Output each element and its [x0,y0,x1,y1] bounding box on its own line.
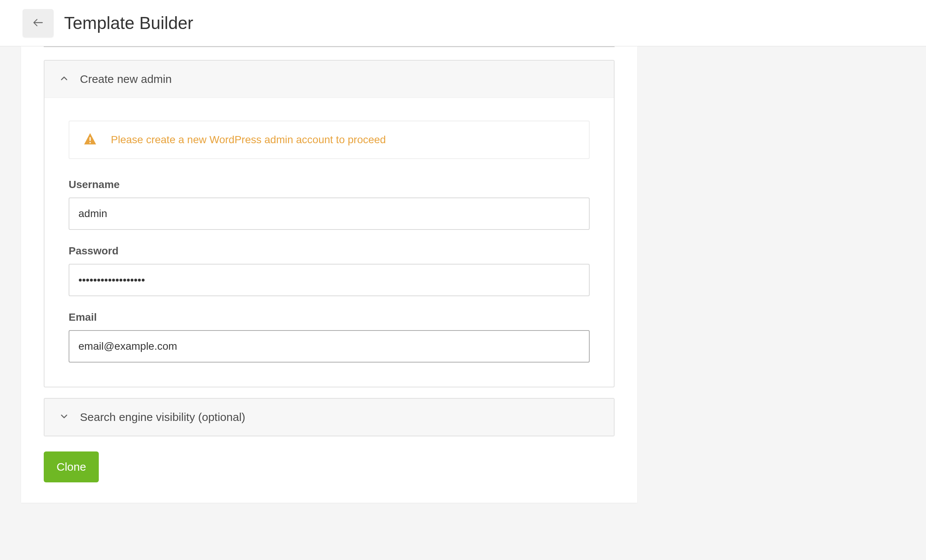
section-search-visibility-title: Search engine visibility (optional) [80,411,245,424]
section-create-admin-header[interactable]: Create new admin [44,61,614,98]
form-group-email: Email [69,311,590,363]
divider [44,46,615,47]
page-body: Create new admin Please create a new Wor… [0,46,926,503]
section-create-admin: Create new admin Please create a new Wor… [44,60,615,387]
password-input[interactable] [69,264,590,296]
section-search-visibility-header[interactable]: Search engine visibility (optional) [44,399,614,436]
section-search-visibility: Search engine visibility (optional) [44,398,615,436]
warning-icon [83,132,97,148]
password-label: Password [69,245,590,257]
clone-button[interactable]: Clone [44,451,99,482]
username-label: Username [69,179,590,191]
content-card: Create new admin Please create a new Wor… [21,46,637,503]
page-header: Template Builder [0,0,926,46]
svg-rect-2 [89,142,90,143]
svg-rect-1 [89,137,90,141]
email-label: Email [69,311,590,323]
arrow-left-icon [32,16,44,30]
back-button[interactable] [23,9,54,37]
chevron-up-icon [59,73,69,85]
email-input[interactable] [69,330,590,363]
username-input[interactable] [69,197,590,230]
form-group-password: Password [69,245,590,296]
warning-text: Please create a new WordPress admin acco… [111,134,386,146]
form-group-username: Username [69,179,590,230]
page-title: Template Builder [64,13,193,33]
section-create-admin-body: Please create a new WordPress admin acco… [44,98,614,387]
chevron-down-icon [59,411,69,423]
section-create-admin-title: Create new admin [80,73,172,86]
warning-alert: Please create a new WordPress admin acco… [69,121,590,159]
